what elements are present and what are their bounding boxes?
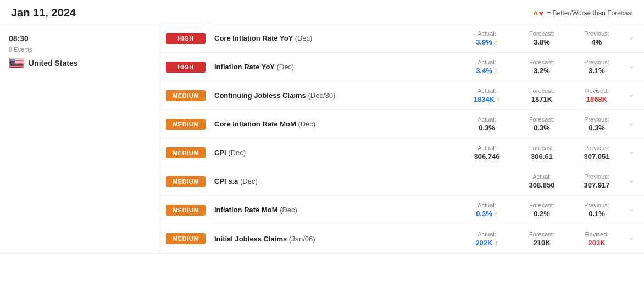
- legend: = Better/Worse than Forecast: [532, 9, 633, 18]
- expand-chevron-icon[interactable]: ‹: [626, 175, 635, 188]
- actual-col: Actual:306.746: [459, 145, 514, 161]
- page-header: Jan 11, 2024 = Better/Worse than Forecas…: [0, 0, 644, 24]
- event-name: CPI (Dec): [214, 148, 459, 157]
- time-country-panel: 08:30 8 Events ★★★: [0, 24, 159, 253]
- event-badge: HIGH: [166, 33, 206, 44]
- forecast-label: Forecast:: [519, 202, 565, 208]
- event-data-cols: Actual:202K ↑Forecast:210KRevised:203K: [459, 231, 624, 247]
- country-row: ★★★★★★ ★★★★★ ★★★★★★ ★★★★★ United States: [9, 58, 150, 68]
- actual-value: 0.3%: [464, 124, 510, 132]
- expand-chevron-icon[interactable]: ‹: [626, 203, 635, 217]
- event-name: Initial Jobless Claims (Jan/06): [214, 235, 459, 243]
- previous-label: Revised:: [574, 231, 620, 238]
- forecast-col: Forecast:306.61: [514, 145, 569, 161]
- actual-col: Actual:3.4% ↑: [459, 59, 514, 75]
- previous-value: 3.1%: [574, 67, 620, 75]
- forecast-col: Forecast:3.8%: [514, 30, 569, 46]
- forecast-col: Forecast:0.2%: [514, 202, 569, 218]
- previous-value: 307.051: [574, 152, 620, 161]
- event-data-cols: Actual:306.746Forecast:306.61Previous:30…: [459, 145, 624, 161]
- event-badge: MEDIUM: [166, 147, 206, 158]
- event-row[interactable]: HIGHCore Inflation Rate YoY (Dec)Actual:…: [159, 24, 644, 53]
- previous-value: 4%: [574, 38, 620, 46]
- event-name: CPI s.a (Dec): [214, 177, 514, 185]
- actual-col: Actual:1834K ↑: [459, 87, 514, 103]
- forecast-value: 0.2%: [519, 210, 565, 218]
- svg-rect-11: [10, 67, 24, 67]
- actual-label: Actual:: [464, 202, 510, 208]
- forecast-label: Forecast:: [519, 30, 565, 37]
- actual-col: Actual:0.3%: [459, 116, 514, 132]
- previous-label: Previous:: [574, 30, 620, 37]
- event-data-cols: Actual:3.9% ↑Forecast:3.8%Previous:4%: [459, 30, 624, 46]
- country-name: United States: [29, 59, 77, 68]
- previous-value: 1868K: [574, 95, 620, 103]
- event-row[interactable]: MEDIUMContinuing Jobless Claims (Dec/30)…: [159, 81, 644, 110]
- events-list: HIGHCore Inflation Rate YoY (Dec)Actual:…: [159, 24, 644, 253]
- previous-label: Previous:: [574, 145, 620, 151]
- actual-value: 3.4% ↑: [464, 67, 510, 75]
- previous-label: Previous:: [574, 173, 620, 180]
- event-data-cols: Actual:0.3% ↑Forecast:0.2%Previous:0.1%: [459, 202, 624, 218]
- actual-col: Actual:202K ↑: [459, 231, 514, 247]
- expand-chevron-icon[interactable]: ‹: [626, 60, 635, 74]
- actual-value: 306.746: [464, 152, 510, 161]
- forecast-label: Forecast:: [519, 59, 565, 65]
- actual-col: Actual:0.3% ↑: [459, 202, 514, 218]
- actual-label: Actual:: [464, 231, 510, 238]
- event-row[interactable]: HIGHInflation Rate YoY (Dec)Actual:3.4% …: [159, 53, 644, 81]
- forecast-col: Forecast:3.2%: [514, 59, 569, 75]
- forecast-value: 3.8%: [519, 38, 565, 46]
- legend-icons: [532, 9, 545, 18]
- event-row[interactable]: MEDIUMInflation Rate MoM (Dec)Actual:0.3…: [159, 196, 644, 224]
- previous-col: Previous:307.051: [569, 145, 624, 161]
- event-name: Inflation Rate YoY (Dec): [214, 63, 459, 71]
- actual-value: 308.850: [519, 181, 565, 189]
- event-badge: MEDIUM: [166, 90, 206, 101]
- actual-label: Actual:: [464, 145, 510, 151]
- event-data-cols: Actual:308.850Previous:307.917: [514, 173, 624, 189]
- us-flag-icon: ★★★★★★ ★★★★★ ★★★★★★ ★★★★★: [9, 58, 24, 68]
- forecast-col: Forecast:210K: [514, 231, 569, 247]
- time-block: 08:30: [9, 34, 150, 43]
- previous-col: Previous:0.1%: [569, 202, 624, 218]
- forecast-label: Forecast:: [519, 231, 565, 238]
- event-name: Continuing Jobless Claims (Dec/30): [214, 91, 459, 100]
- svg-rect-9: [10, 65, 24, 65]
- previous-label: Revised:: [574, 87, 620, 94]
- previous-label: Previous:: [574, 116, 620, 123]
- previous-col: Revised:1868K: [569, 87, 624, 103]
- previous-col: Revised:203K: [569, 231, 624, 247]
- actual-label: Actual:: [519, 173, 565, 180]
- event-row[interactable]: MEDIUMInitial Jobless Claims (Jan/06)Act…: [159, 224, 644, 253]
- actual-value: 0.3% ↑: [464, 210, 510, 218]
- expand-chevron-icon[interactable]: ‹: [626, 89, 635, 102]
- expand-chevron-icon[interactable]: ‹: [626, 32, 635, 45]
- event-data-cols: Actual:3.4% ↑Forecast:3.2%Previous:3.1%: [459, 59, 624, 75]
- forecast-value: 1871K: [519, 95, 565, 103]
- session-time: 08:30: [9, 34, 29, 43]
- event-badge: MEDIUM: [166, 176, 206, 187]
- previous-col: Previous:0.3%: [569, 116, 624, 132]
- forecast-label: Forecast:: [519, 116, 565, 123]
- svg-rect-7: [10, 64, 24, 64]
- event-row[interactable]: MEDIUMCPI (Dec)Actual:306.746Forecast:30…: [159, 139, 644, 167]
- actual-label: Actual:: [464, 116, 510, 123]
- event-badge: MEDIUM: [166, 205, 206, 216]
- svg-rect-10: [10, 65, 24, 66]
- svg-rect-12: [10, 67, 24, 68]
- forecast-value: 306.61: [519, 152, 565, 161]
- previous-value: 0.3%: [574, 124, 620, 132]
- forecast-value: 0.3%: [519, 124, 565, 132]
- event-row[interactable]: MEDIUMCore Inflation Rate MoM (Dec)Actua…: [159, 110, 644, 139]
- expand-chevron-icon[interactable]: ‹: [626, 232, 635, 245]
- expand-chevron-icon[interactable]: ‹: [626, 146, 635, 159]
- event-name: Inflation Rate MoM (Dec): [214, 206, 459, 214]
- previous-col: Previous:307.917: [569, 173, 624, 189]
- actual-value: 1834K ↑: [464, 95, 510, 103]
- event-row[interactable]: MEDIUMCPI s.a (Dec)Actual:308.850Previou…: [159, 167, 644, 196]
- expand-chevron-icon[interactable]: ‹: [626, 118, 635, 131]
- actual-value: 3.9% ↑: [464, 38, 510, 46]
- event-name: Core Inflation Rate MoM (Dec): [214, 120, 459, 128]
- actual-label: Actual:: [464, 59, 510, 65]
